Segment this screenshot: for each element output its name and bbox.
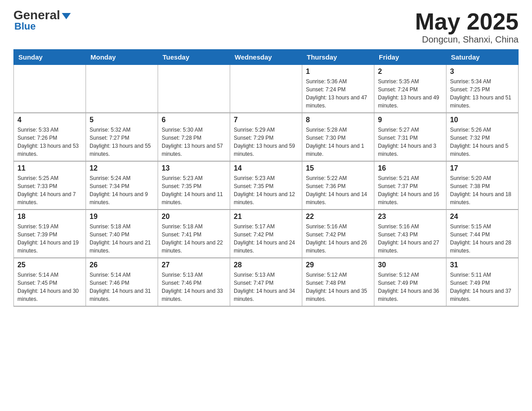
calendar-header-row: Sunday Monday Tuesday Wednesday Thursday… xyxy=(14,50,519,65)
table-row: 7Sunrise: 5:29 AM Sunset: 7:29 PM Daylig… xyxy=(230,113,302,161)
day-info: Sunrise: 5:16 AM Sunset: 7:43 PM Dayligh… xyxy=(378,223,442,255)
day-number: 25 xyxy=(17,261,82,269)
table-row: 16Sunrise: 5:21 AM Sunset: 7:37 PM Dayli… xyxy=(374,161,446,210)
day-number: 6 xyxy=(162,116,226,124)
calendar-week-row: 1Sunrise: 5:36 AM Sunset: 7:24 PM Daylig… xyxy=(14,65,519,113)
col-wednesday: Wednesday xyxy=(230,50,302,65)
day-info: Sunrise: 5:21 AM Sunset: 7:37 PM Dayligh… xyxy=(378,174,442,206)
day-info: Sunrise: 5:30 AM Sunset: 7:28 PM Dayligh… xyxy=(162,126,226,158)
day-info: Sunrise: 5:29 AM Sunset: 7:29 PM Dayligh… xyxy=(234,126,298,158)
day-number: 18 xyxy=(17,213,82,221)
table-row: 25Sunrise: 5:14 AM Sunset: 7:45 PM Dayli… xyxy=(14,258,86,306)
day-number: 30 xyxy=(378,261,442,269)
table-row: 17Sunrise: 5:20 AM Sunset: 7:38 PM Dayli… xyxy=(446,161,519,210)
day-info: Sunrise: 5:11 AM Sunset: 7:49 PM Dayligh… xyxy=(450,271,515,303)
day-info: Sunrise: 5:24 AM Sunset: 7:34 PM Dayligh… xyxy=(90,174,154,206)
day-info: Sunrise: 5:12 AM Sunset: 7:49 PM Dayligh… xyxy=(378,271,442,303)
table-row: 13Sunrise: 5:23 AM Sunset: 7:35 PM Dayli… xyxy=(158,161,230,210)
day-info: Sunrise: 5:17 AM Sunset: 7:42 PM Dayligh… xyxy=(234,223,298,255)
table-row: 20Sunrise: 5:18 AM Sunset: 7:41 PM Dayli… xyxy=(158,210,230,258)
day-number: 17 xyxy=(450,164,515,172)
col-tuesday: Tuesday xyxy=(158,50,230,65)
table-row: 6Sunrise: 5:30 AM Sunset: 7:28 PM Daylig… xyxy=(158,113,230,161)
day-number: 21 xyxy=(234,213,298,221)
table-row: 24Sunrise: 5:15 AM Sunset: 7:44 PM Dayli… xyxy=(446,210,519,258)
day-info: Sunrise: 5:18 AM Sunset: 7:40 PM Dayligh… xyxy=(90,223,154,255)
day-info: Sunrise: 5:16 AM Sunset: 7:42 PM Dayligh… xyxy=(306,223,370,255)
day-info: Sunrise: 5:18 AM Sunset: 7:41 PM Dayligh… xyxy=(162,223,226,255)
day-number: 5 xyxy=(90,116,154,124)
day-number: 20 xyxy=(162,213,226,221)
col-monday: Monday xyxy=(86,50,158,65)
logo-general: General xyxy=(13,9,71,21)
day-info: Sunrise: 5:19 AM Sunset: 7:39 PM Dayligh… xyxy=(17,223,82,255)
table-row: 30Sunrise: 5:12 AM Sunset: 7:49 PM Dayli… xyxy=(374,258,446,306)
day-number: 16 xyxy=(378,164,442,172)
table-row: 18Sunrise: 5:19 AM Sunset: 7:39 PM Dayli… xyxy=(14,210,86,258)
month-title: May 2025 xyxy=(415,9,519,34)
day-info: Sunrise: 5:25 AM Sunset: 7:33 PM Dayligh… xyxy=(17,174,82,206)
day-info: Sunrise: 5:12 AM Sunset: 7:48 PM Dayligh… xyxy=(306,271,370,303)
day-number: 14 xyxy=(234,164,298,172)
day-number: 28 xyxy=(234,261,298,269)
day-number: 26 xyxy=(90,261,154,269)
col-sunday: Sunday xyxy=(14,50,86,65)
table-row: 26Sunrise: 5:14 AM Sunset: 7:46 PM Dayli… xyxy=(86,258,158,306)
day-number: 19 xyxy=(90,213,154,221)
table-row: 31Sunrise: 5:11 AM Sunset: 7:49 PM Dayli… xyxy=(446,258,519,306)
calendar-week-row: 25Sunrise: 5:14 AM Sunset: 7:45 PM Dayli… xyxy=(14,258,519,306)
day-info: Sunrise: 5:36 AM Sunset: 7:24 PM Dayligh… xyxy=(306,77,370,110)
day-number: 2 xyxy=(378,68,442,76)
day-info: Sunrise: 5:32 AM Sunset: 7:27 PM Dayligh… xyxy=(90,126,154,158)
day-info: Sunrise: 5:26 AM Sunset: 7:32 PM Dayligh… xyxy=(450,126,515,158)
day-number: 7 xyxy=(234,116,298,124)
page-header: General Blue May 2025 Dongcun, Shanxi, C… xyxy=(13,9,519,45)
day-info: Sunrise: 5:14 AM Sunset: 7:45 PM Dayligh… xyxy=(17,271,82,303)
table-row: 12Sunrise: 5:24 AM Sunset: 7:34 PM Dayli… xyxy=(86,161,158,210)
day-info: Sunrise: 5:13 AM Sunset: 7:46 PM Dayligh… xyxy=(162,271,226,303)
table-row: 5Sunrise: 5:32 AM Sunset: 7:27 PM Daylig… xyxy=(86,113,158,161)
table-row xyxy=(86,65,158,113)
day-info: Sunrise: 5:13 AM Sunset: 7:47 PM Dayligh… xyxy=(234,271,298,303)
day-number: 3 xyxy=(450,68,515,76)
day-info: Sunrise: 5:20 AM Sunset: 7:38 PM Dayligh… xyxy=(450,174,515,206)
day-number: 4 xyxy=(17,116,82,124)
calendar-week-row: 18Sunrise: 5:19 AM Sunset: 7:39 PM Dayli… xyxy=(14,210,519,258)
location: Dongcun, Shanxi, China xyxy=(415,34,519,45)
logo: General Blue xyxy=(13,9,71,32)
table-row: 11Sunrise: 5:25 AM Sunset: 7:33 PM Dayli… xyxy=(14,161,86,210)
title-area: May 2025 Dongcun, Shanxi, China xyxy=(415,9,519,45)
day-number: 24 xyxy=(450,213,515,221)
day-info: Sunrise: 5:33 AM Sunset: 7:26 PM Dayligh… xyxy=(17,126,82,158)
day-number: 15 xyxy=(306,164,370,172)
day-number: 27 xyxy=(162,261,226,269)
table-row: 29Sunrise: 5:12 AM Sunset: 7:48 PM Dayli… xyxy=(302,258,374,306)
table-row: 19Sunrise: 5:18 AM Sunset: 7:40 PM Dayli… xyxy=(86,210,158,258)
table-row: 1Sunrise: 5:36 AM Sunset: 7:24 PM Daylig… xyxy=(302,65,374,113)
day-info: Sunrise: 5:27 AM Sunset: 7:31 PM Dayligh… xyxy=(378,126,442,158)
day-number: 13 xyxy=(162,164,226,172)
table-row: 2Sunrise: 5:35 AM Sunset: 7:24 PM Daylig… xyxy=(374,65,446,113)
day-info: Sunrise: 5:35 AM Sunset: 7:24 PM Dayligh… xyxy=(378,77,442,110)
day-number: 9 xyxy=(378,116,442,124)
day-info: Sunrise: 5:28 AM Sunset: 7:30 PM Dayligh… xyxy=(306,126,370,158)
table-row: 10Sunrise: 5:26 AM Sunset: 7:32 PM Dayli… xyxy=(446,113,519,161)
calendar-table: Sunday Monday Tuesday Wednesday Thursday… xyxy=(13,49,519,307)
table-row: 21Sunrise: 5:17 AM Sunset: 7:42 PM Dayli… xyxy=(230,210,302,258)
table-row: 4Sunrise: 5:33 AM Sunset: 7:26 PM Daylig… xyxy=(14,113,86,161)
calendar-week-row: 11Sunrise: 5:25 AM Sunset: 7:33 PM Dayli… xyxy=(14,161,519,210)
day-number: 8 xyxy=(306,116,370,124)
day-info: Sunrise: 5:14 AM Sunset: 7:46 PM Dayligh… xyxy=(90,271,154,303)
day-number: 1 xyxy=(306,68,370,76)
table-row: 23Sunrise: 5:16 AM Sunset: 7:43 PM Dayli… xyxy=(374,210,446,258)
day-number: 23 xyxy=(378,213,442,221)
table-row: 22Sunrise: 5:16 AM Sunset: 7:42 PM Dayli… xyxy=(302,210,374,258)
table-row xyxy=(14,65,86,113)
logo-blue: Blue xyxy=(14,21,36,32)
day-number: 12 xyxy=(90,164,154,172)
table-row: 9Sunrise: 5:27 AM Sunset: 7:31 PM Daylig… xyxy=(374,113,446,161)
table-row: 28Sunrise: 5:13 AM Sunset: 7:47 PM Dayli… xyxy=(230,258,302,306)
table-row: 15Sunrise: 5:22 AM Sunset: 7:36 PM Dayli… xyxy=(302,161,374,210)
table-row: 14Sunrise: 5:23 AM Sunset: 7:35 PM Dayli… xyxy=(230,161,302,210)
day-number: 31 xyxy=(450,261,515,269)
